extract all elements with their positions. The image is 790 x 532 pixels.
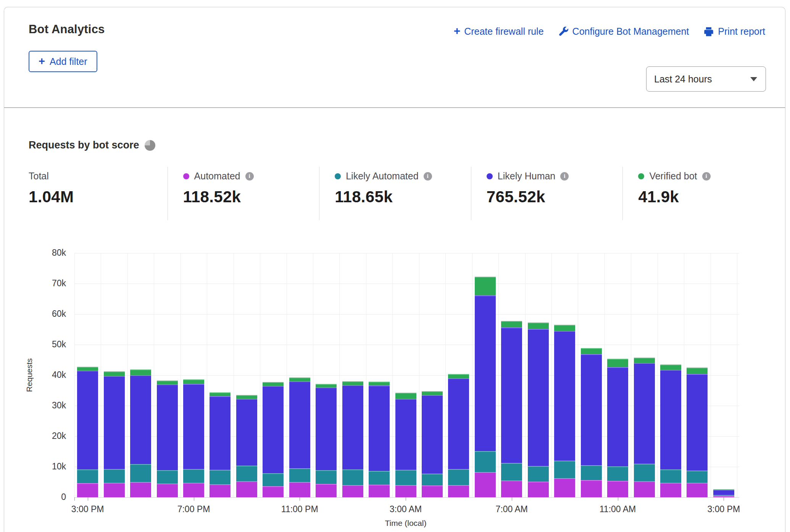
bar-segment-likely-human[interactable] — [104, 376, 125, 469]
bar-segment-verified-bot[interactable] — [183, 379, 204, 384]
bar-segment-likely-automated[interactable] — [607, 466, 628, 481]
bar-segment-likely-human[interactable] — [448, 378, 469, 469]
bar-segment-likely-automated[interactable] — [130, 464, 151, 482]
bar-segment-likely-human[interactable] — [634, 363, 655, 464]
bar-segment-likely-human[interactable] — [157, 384, 178, 470]
bar-segment-verified-bot[interactable] — [581, 348, 602, 354]
bar-segment-automated[interactable] — [634, 481, 655, 497]
bar-segment-automated[interactable] — [475, 472, 496, 497]
bar-segment-verified-bot[interactable] — [369, 382, 390, 385]
bar-segment-automated[interactable] — [554, 478, 575, 497]
bar-2-00-pm[interactable] — [687, 368, 708, 497]
bar-segment-verified-bot[interactable] — [554, 325, 575, 331]
bar-segment-automated[interactable] — [210, 484, 231, 497]
bar-segment-likely-automated[interactable] — [448, 469, 469, 485]
bar-segment-likely-human[interactable] — [236, 399, 257, 465]
bar-11-00-am[interactable] — [607, 359, 628, 497]
bar-segment-likely-automated[interactable] — [316, 470, 337, 484]
bar-segment-likely-human[interactable] — [501, 327, 522, 463]
bar-3-00-pm[interactable] — [77, 367, 98, 497]
bar-segment-likely-automated[interactable] — [342, 469, 363, 485]
bar-segment-verified-bot[interactable] — [422, 391, 443, 395]
bar-9-00-am[interactable] — [554, 325, 575, 497]
bar-segment-likely-human[interactable] — [77, 371, 98, 469]
bar-segment-verified-bot[interactable] — [77, 367, 98, 371]
bar-segment-likely-human[interactable] — [475, 295, 496, 451]
bar-segment-likely-automated[interactable] — [528, 466, 549, 482]
bar-5-00-pm[interactable] — [130, 369, 151, 497]
bar-12-00-pm[interactable] — [634, 358, 655, 497]
bar-segment-verified-bot[interactable] — [263, 382, 284, 386]
bar-segment-likely-automated[interactable] — [263, 473, 284, 486]
bar-segment-likely-automated[interactable] — [104, 469, 125, 483]
bar-segment-likely-human[interactable] — [687, 374, 708, 471]
bar-segment-likely-human[interactable] — [289, 381, 310, 468]
bar-segment-likely-human[interactable] — [581, 354, 602, 465]
bar-segment-likely-automated[interactable] — [395, 470, 416, 485]
bar-segment-verified-bot[interactable] — [448, 374, 469, 378]
bar-segment-likely-automated[interactable] — [634, 464, 655, 481]
bar-6-00-am[interactable] — [475, 277, 496, 497]
bar-segment-verified-bot[interactable] — [236, 395, 257, 399]
bar-segment-likely-automated[interactable] — [660, 469, 681, 482]
bar-segment-likely-human[interactable] — [395, 399, 416, 470]
bar-segment-automated[interactable] — [395, 485, 416, 497]
bar-segment-likely-automated[interactable] — [157, 470, 178, 483]
bar-segment-verified-bot[interactable] — [395, 393, 416, 399]
bar-segment-automated[interactable] — [157, 484, 178, 497]
bar-segment-automated[interactable] — [607, 481, 628, 497]
bar-8-00-pm[interactable] — [210, 392, 231, 497]
bar-12-00-am[interactable] — [316, 384, 337, 497]
bar-10-00-pm[interactable] — [263, 382, 284, 497]
bar-segment-verified-bot[interactable] — [634, 358, 655, 363]
bar-segment-verified-bot[interactable] — [607, 359, 628, 367]
bar-segment-likely-automated[interactable] — [183, 469, 204, 483]
bar-2-00-am[interactable] — [369, 382, 390, 497]
bar-segment-likely-human[interactable] — [422, 395, 443, 474]
bar-segment-likely-automated[interactable] — [422, 474, 443, 485]
bar-segment-automated[interactable] — [77, 483, 98, 497]
bar-segment-automated[interactable] — [528, 482, 549, 497]
bar-1-00-am[interactable] — [342, 381, 363, 497]
bar-segment-automated[interactable] — [581, 480, 602, 497]
bar-segment-likely-human[interactable] — [369, 385, 390, 471]
bar-segment-verified-bot[interactable] — [316, 384, 337, 387]
bar-segment-likely-automated[interactable] — [236, 466, 257, 481]
bar-segment-automated[interactable] — [263, 486, 284, 497]
bar-segment-verified-bot[interactable] — [660, 364, 681, 370]
bar-segment-likely-human[interactable] — [130, 375, 151, 464]
bar-segment-likely-human[interactable] — [713, 490, 734, 495]
bar-segment-automated[interactable] — [130, 482, 151, 497]
bar-segment-verified-bot[interactable] — [104, 371, 125, 376]
bar-segment-likely-automated[interactable] — [210, 470, 231, 484]
bar-4-00-pm[interactable] — [104, 371, 125, 497]
bar-segment-likely-human[interactable] — [210, 396, 231, 470]
bar-7-00-am[interactable] — [501, 321, 522, 497]
bar-segment-likely-human[interactable] — [528, 329, 549, 466]
bar-segment-likely-automated[interactable] — [369, 471, 390, 485]
bar-segment-likely-human[interactable] — [263, 386, 284, 474]
bar-segment-automated[interactable] — [289, 482, 310, 497]
bar-segment-likely-human[interactable] — [342, 385, 363, 470]
bar-segment-likely-automated[interactable] — [554, 461, 575, 478]
bar-11-00-pm[interactable] — [289, 377, 310, 497]
bar-3-00-am[interactable] — [395, 393, 416, 497]
bar-segment-likely-human[interactable] — [660, 370, 681, 469]
bar-10-00-am[interactable] — [581, 348, 602, 497]
bar-segment-likely-human[interactable] — [183, 384, 204, 469]
bar-segment-verified-bot[interactable] — [501, 321, 522, 327]
bar-segment-likely-automated[interactable] — [475, 451, 496, 472]
bar-segment-likely-automated[interactable] — [77, 469, 98, 483]
bar-segment-verified-bot[interactable] — [210, 392, 231, 396]
bar-segment-verified-bot[interactable] — [475, 277, 496, 295]
bar-segment-verified-bot[interactable] — [342, 381, 363, 385]
bar-segment-verified-bot[interactable] — [157, 380, 178, 384]
bar-segment-likely-automated[interactable] — [687, 471, 708, 483]
bar-segment-automated[interactable] — [501, 480, 522, 497]
bar-5-00-am[interactable] — [448, 374, 469, 497]
bar-segment-likely-human[interactable] — [316, 387, 337, 471]
bar-segment-automated[interactable] — [660, 483, 681, 497]
bar-9-00-pm[interactable] — [236, 395, 257, 497]
bar-segment-likely-automated[interactable] — [581, 465, 602, 480]
bar-6-00-pm[interactable] — [157, 380, 178, 497]
